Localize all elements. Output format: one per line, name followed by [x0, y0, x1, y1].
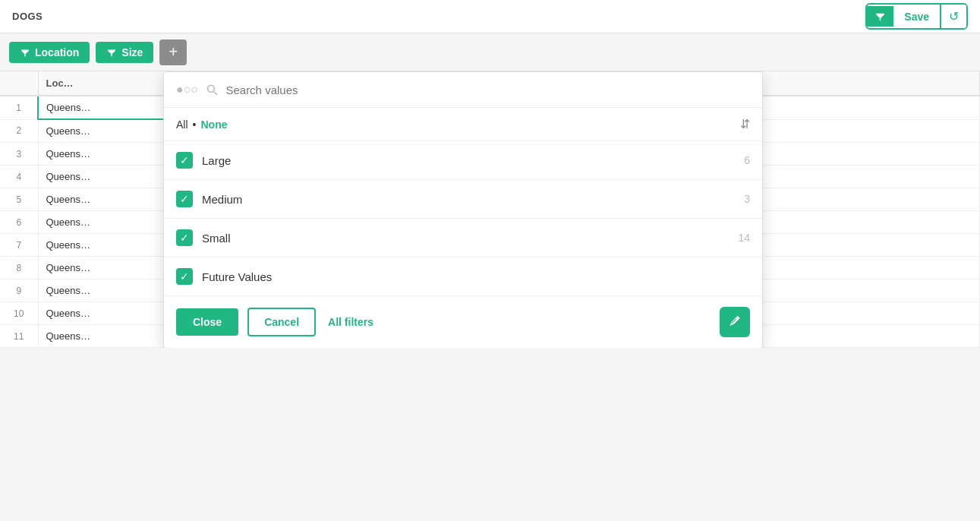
dropdown-all-none: All • None ⇵: [164, 108, 762, 141]
add-filter-button[interactable]: +: [159, 39, 187, 65]
reset-button[interactable]: ↺: [940, 5, 966, 28]
checkbox-medium[interactable]: ✓: [176, 191, 193, 207]
dropdown-search-row: ●○○: [164, 72, 762, 108]
col-header-num: [0, 71, 38, 96]
row-num: 9: [0, 279, 38, 302]
search-magnifier-icon: [206, 83, 218, 96]
dropdown-item: ✓ Large 6: [164, 141, 762, 180]
row-num: 7: [0, 234, 38, 257]
row-num: 6: [0, 211, 38, 234]
row-num: 10: [0, 302, 38, 325]
filter-bar: Location Size +: [0, 33, 980, 71]
svg-line-1: [214, 91, 217, 94]
all-filters-link[interactable]: All filters: [328, 316, 373, 328]
row-num: 11: [0, 325, 38, 348]
pin-button[interactable]: [720, 307, 750, 337]
filter-chip-location[interactable]: Location: [9, 42, 90, 63]
svg-point-0: [207, 85, 214, 92]
sort-icon[interactable]: ⇵: [740, 117, 750, 131]
item-count: 6: [744, 154, 750, 166]
item-label: Future Values: [202, 270, 272, 283]
item-count: 14: [738, 232, 750, 244]
item-label: Large: [202, 154, 231, 167]
item-label: Medium: [202, 193, 242, 206]
close-button[interactable]: Close: [176, 308, 238, 336]
row-num: 5: [0, 188, 38, 211]
filter-chip-location-label: Location: [35, 46, 79, 58]
checkbox-future values[interactable]: ✓: [176, 268, 193, 285]
dropdown-item: ✓ Future Values: [164, 257, 762, 296]
item-label: Small: [202, 232, 231, 245]
separator-dot: •: [193, 118, 197, 131]
app-title: DOGS: [12, 11, 43, 22]
row-num: 8: [0, 257, 38, 279]
save-button[interactable]: Save: [893, 6, 940, 27]
row-num: 4: [0, 166, 38, 188]
dropdown-items-list: ✓ Large 6 ✓ Medium 3 ✓ Small 14 ✓ Future…: [164, 141, 762, 296]
filter-icon-button[interactable]: [867, 6, 893, 27]
row-num: 1: [0, 96, 38, 119]
dropdown-item: ✓ Medium 3: [164, 180, 762, 219]
all-link[interactable]: All: [176, 118, 188, 131]
dropdown-item: ✓ Small 14: [164, 219, 762, 257]
filter-chip-size[interactable]: Size: [96, 42, 153, 63]
save-btn-group: Save ↺: [865, 3, 968, 30]
none-link[interactable]: None: [200, 118, 227, 131]
toolbar-right: Save ↺: [865, 3, 968, 30]
cancel-button[interactable]: Cancel: [247, 308, 316, 336]
dropdown-footer: Close Cancel All filters: [164, 296, 762, 348]
search-icon: ●○○: [176, 83, 198, 96]
checkbox-large[interactable]: ✓: [176, 152, 193, 169]
table-container: Loc… …ize 1 Queens… 🔗Paula Rea… 2 Queens…: [0, 71, 980, 348]
search-input[interactable]: [225, 84, 750, 96]
app-bar: DOGS Save ↺: [0, 0, 980, 33]
row-num: 3: [0, 143, 38, 166]
checkbox-small[interactable]: ✓: [176, 229, 193, 246]
filter-dropdown: ●○○ All • None ⇵ ✓ Large 6 ✓ Medium 3 ✓: [163, 71, 763, 348]
filter-chip-size-label: Size: [121, 46, 143, 58]
row-num: 2: [0, 119, 38, 143]
item-count: 3: [744, 193, 750, 205]
